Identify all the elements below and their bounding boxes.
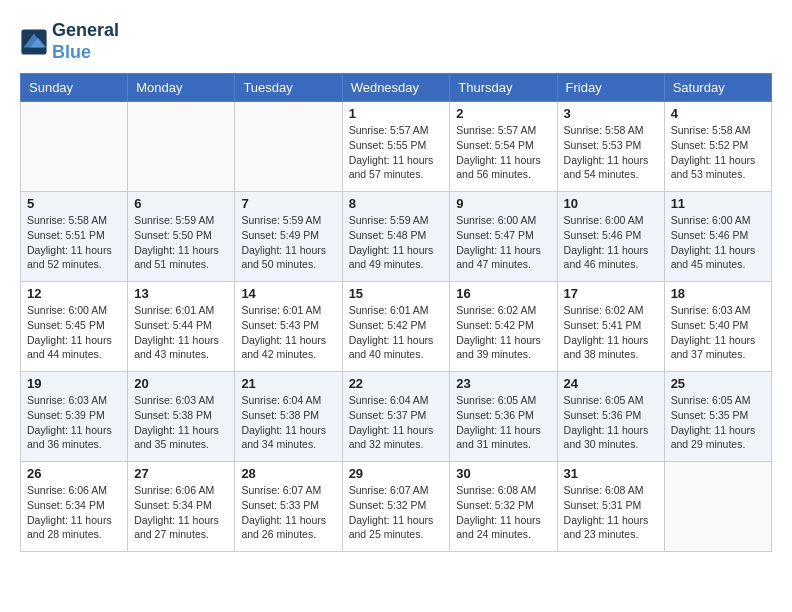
calendar-cell: 13Sunrise: 6:01 AM Sunset: 5:44 PM Dayli… [128,282,235,372]
calendar-cell: 18Sunrise: 6:03 AM Sunset: 5:40 PM Dayli… [664,282,771,372]
calendar-cell [128,102,235,192]
logo: General Blue [20,20,119,63]
calendar-cell: 23Sunrise: 6:05 AM Sunset: 5:36 PM Dayli… [450,372,557,462]
day-number: 26 [27,466,121,481]
day-number: 28 [241,466,335,481]
calendar-cell: 15Sunrise: 6:01 AM Sunset: 5:42 PM Dayli… [342,282,450,372]
day-number: 8 [349,196,444,211]
day-info: Sunrise: 6:01 AM Sunset: 5:42 PM Dayligh… [349,303,444,362]
day-number: 13 [134,286,228,301]
day-info: Sunrise: 6:07 AM Sunset: 5:32 PM Dayligh… [349,483,444,542]
day-number: 27 [134,466,228,481]
calendar-cell: 16Sunrise: 6:02 AM Sunset: 5:42 PM Dayli… [450,282,557,372]
day-info: Sunrise: 6:05 AM Sunset: 5:36 PM Dayligh… [456,393,550,452]
calendar-cell: 28Sunrise: 6:07 AM Sunset: 5:33 PM Dayli… [235,462,342,552]
calendar-cell: 9Sunrise: 6:00 AM Sunset: 5:47 PM Daylig… [450,192,557,282]
day-of-week-header: Friday [557,74,664,102]
day-info: Sunrise: 6:05 AM Sunset: 5:35 PM Dayligh… [671,393,765,452]
calendar-header-row: SundayMondayTuesdayWednesdayThursdayFrid… [21,74,772,102]
calendar-cell: 31Sunrise: 6:08 AM Sunset: 5:31 PM Dayli… [557,462,664,552]
day-info: Sunrise: 5:57 AM Sunset: 5:55 PM Dayligh… [349,123,444,182]
day-number: 10 [564,196,658,211]
calendar-cell: 6Sunrise: 5:59 AM Sunset: 5:50 PM Daylig… [128,192,235,282]
day-info: Sunrise: 6:04 AM Sunset: 5:37 PM Dayligh… [349,393,444,452]
day-of-week-header: Sunday [21,74,128,102]
calendar-cell: 26Sunrise: 6:06 AM Sunset: 5:34 PM Dayli… [21,462,128,552]
day-info: Sunrise: 6:03 AM Sunset: 5:40 PM Dayligh… [671,303,765,362]
calendar-cell: 24Sunrise: 6:05 AM Sunset: 5:36 PM Dayli… [557,372,664,462]
day-number: 23 [456,376,550,391]
day-number: 20 [134,376,228,391]
calendar-cell: 27Sunrise: 6:06 AM Sunset: 5:34 PM Dayli… [128,462,235,552]
day-info: Sunrise: 6:03 AM Sunset: 5:39 PM Dayligh… [27,393,121,452]
day-info: Sunrise: 6:01 AM Sunset: 5:44 PM Dayligh… [134,303,228,362]
calendar-cell: 10Sunrise: 6:00 AM Sunset: 5:46 PM Dayli… [557,192,664,282]
day-number: 25 [671,376,765,391]
day-info: Sunrise: 6:00 AM Sunset: 5:46 PM Dayligh… [564,213,658,272]
calendar-week-row: 12Sunrise: 6:00 AM Sunset: 5:45 PM Dayli… [21,282,772,372]
day-number: 19 [27,376,121,391]
day-info: Sunrise: 5:59 AM Sunset: 5:48 PM Dayligh… [349,213,444,272]
day-of-week-header: Wednesday [342,74,450,102]
day-info: Sunrise: 6:06 AM Sunset: 5:34 PM Dayligh… [134,483,228,542]
calendar-week-row: 26Sunrise: 6:06 AM Sunset: 5:34 PM Dayli… [21,462,772,552]
calendar-cell [21,102,128,192]
day-info: Sunrise: 6:02 AM Sunset: 5:41 PM Dayligh… [564,303,658,362]
calendar: SundayMondayTuesdayWednesdayThursdayFrid… [20,73,772,552]
day-info: Sunrise: 6:04 AM Sunset: 5:38 PM Dayligh… [241,393,335,452]
day-info: Sunrise: 5:59 AM Sunset: 5:50 PM Dayligh… [134,213,228,272]
day-number: 5 [27,196,121,211]
calendar-week-row: 5Sunrise: 5:58 AM Sunset: 5:51 PM Daylig… [21,192,772,282]
day-info: Sunrise: 6:07 AM Sunset: 5:33 PM Dayligh… [241,483,335,542]
calendar-week-row: 1Sunrise: 5:57 AM Sunset: 5:55 PM Daylig… [21,102,772,192]
calendar-cell: 14Sunrise: 6:01 AM Sunset: 5:43 PM Dayli… [235,282,342,372]
calendar-cell: 3Sunrise: 5:58 AM Sunset: 5:53 PM Daylig… [557,102,664,192]
calendar-cell [235,102,342,192]
day-number: 14 [241,286,335,301]
day-number: 17 [564,286,658,301]
day-number: 22 [349,376,444,391]
day-number: 21 [241,376,335,391]
day-of-week-header: Thursday [450,74,557,102]
day-number: 7 [241,196,335,211]
day-info: Sunrise: 6:00 AM Sunset: 5:47 PM Dayligh… [456,213,550,272]
day-number: 1 [349,106,444,121]
calendar-cell: 19Sunrise: 6:03 AM Sunset: 5:39 PM Dayli… [21,372,128,462]
day-info: Sunrise: 5:58 AM Sunset: 5:53 PM Dayligh… [564,123,658,182]
day-number: 18 [671,286,765,301]
day-info: Sunrise: 6:00 AM Sunset: 5:46 PM Dayligh… [671,213,765,272]
day-info: Sunrise: 6:02 AM Sunset: 5:42 PM Dayligh… [456,303,550,362]
calendar-cell: 4Sunrise: 5:58 AM Sunset: 5:52 PM Daylig… [664,102,771,192]
calendar-cell: 8Sunrise: 5:59 AM Sunset: 5:48 PM Daylig… [342,192,450,282]
day-info: Sunrise: 5:58 AM Sunset: 5:51 PM Dayligh… [27,213,121,272]
day-info: Sunrise: 5:59 AM Sunset: 5:49 PM Dayligh… [241,213,335,272]
calendar-cell: 21Sunrise: 6:04 AM Sunset: 5:38 PM Dayli… [235,372,342,462]
day-info: Sunrise: 6:06 AM Sunset: 5:34 PM Dayligh… [27,483,121,542]
day-of-week-header: Monday [128,74,235,102]
day-number: 2 [456,106,550,121]
day-info: Sunrise: 5:57 AM Sunset: 5:54 PM Dayligh… [456,123,550,182]
day-info: Sunrise: 6:03 AM Sunset: 5:38 PM Dayligh… [134,393,228,452]
calendar-cell: 25Sunrise: 6:05 AM Sunset: 5:35 PM Dayli… [664,372,771,462]
day-number: 9 [456,196,550,211]
day-number: 24 [564,376,658,391]
calendar-cell: 12Sunrise: 6:00 AM Sunset: 5:45 PM Dayli… [21,282,128,372]
calendar-cell [664,462,771,552]
day-of-week-header: Saturday [664,74,771,102]
day-info: Sunrise: 6:00 AM Sunset: 5:45 PM Dayligh… [27,303,121,362]
day-number: 15 [349,286,444,301]
day-number: 16 [456,286,550,301]
day-number: 31 [564,466,658,481]
calendar-cell: 5Sunrise: 5:58 AM Sunset: 5:51 PM Daylig… [21,192,128,282]
day-number: 4 [671,106,765,121]
day-number: 29 [349,466,444,481]
day-info: Sunrise: 6:05 AM Sunset: 5:36 PM Dayligh… [564,393,658,452]
calendar-cell: 22Sunrise: 6:04 AM Sunset: 5:37 PM Dayli… [342,372,450,462]
calendar-cell: 30Sunrise: 6:08 AM Sunset: 5:32 PM Dayli… [450,462,557,552]
page-header: General Blue [20,20,772,63]
calendar-cell: 11Sunrise: 6:00 AM Sunset: 5:46 PM Dayli… [664,192,771,282]
day-number: 11 [671,196,765,211]
day-info: Sunrise: 6:08 AM Sunset: 5:31 PM Dayligh… [564,483,658,542]
day-number: 30 [456,466,550,481]
day-info: Sunrise: 5:58 AM Sunset: 5:52 PM Dayligh… [671,123,765,182]
